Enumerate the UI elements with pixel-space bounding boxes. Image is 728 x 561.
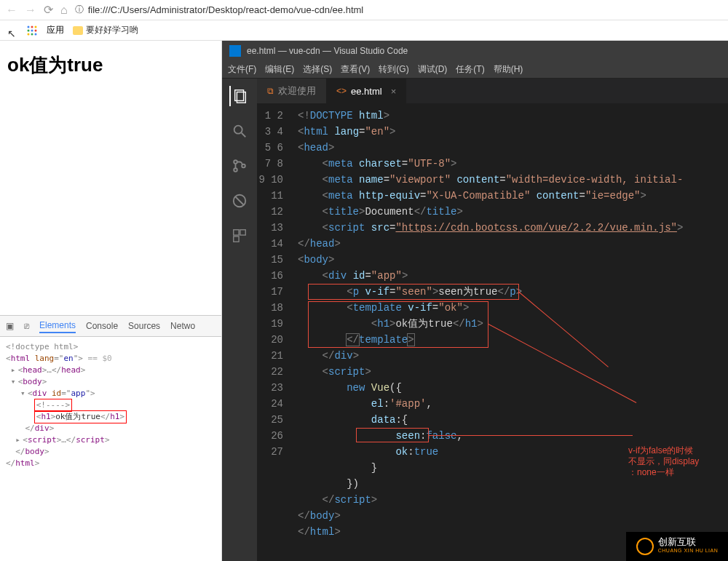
dom-div-close: </div> xyxy=(6,423,215,434)
vscode-tab-icon: ⧉ xyxy=(267,86,274,96)
line-gutter: 1 2 3 4 5 6 7 8 9 10 11 12 13 14 15 16 1… xyxy=(257,103,292,561)
back-icon[interactable]: ← xyxy=(6,4,17,17)
dom-tree[interactable]: <!doctype html> <html lang="en"> == $0 ▸… xyxy=(0,337,221,474)
dom-html: <html lang="en"> == $0 xyxy=(6,353,215,365)
tab-welcome-label: 欢迎使用 xyxy=(278,84,316,98)
svg-point-15 xyxy=(242,164,245,168)
reload-icon[interactable]: ⟳ xyxy=(44,3,53,17)
apps-icon[interactable] xyxy=(26,25,38,36)
git-icon[interactable] xyxy=(229,156,250,176)
dom-body-open: ▾<body> xyxy=(6,376,215,388)
debug-icon[interactable] xyxy=(229,191,250,211)
dom-script: ▸<script>…</script> xyxy=(6,434,215,446)
editor-tabs: ⧉ 欢迎使用 <> ee.html × xyxy=(257,79,728,103)
bookmark-label: 要好好学习哟 xyxy=(86,24,138,36)
close-icon[interactable]: × xyxy=(391,86,397,97)
dom-head: ▸<head>…</head> xyxy=(6,365,215,376)
svg-point-11 xyxy=(234,126,242,134)
editor-area: ⧉ 欢迎使用 <> ee.html × 1 2 3 4 5 6 7 8 9 10… xyxy=(257,79,728,561)
device-icon[interactable]: ⎚ xyxy=(24,321,29,331)
code-editor[interactable]: 1 2 3 4 5 6 7 8 9 10 11 12 13 14 15 16 1… xyxy=(257,103,728,561)
browser-viewport: ok值为true ▣ ⎚ Elements Console Sources Ne… xyxy=(0,41,222,561)
logo-icon xyxy=(636,538,654,555)
tab-ee-html[interactable]: <> ee.html × xyxy=(326,79,406,103)
svg-point-14 xyxy=(234,168,237,172)
annotation-text: v-if为false的时候 不显示，同display ：none一样 xyxy=(628,445,699,478)
tab-console[interactable]: Console xyxy=(86,319,118,333)
url-text: file:///C:/Users/Administrator/Desktop/r… xyxy=(88,4,364,15)
menu-help[interactable]: 帮助(H) xyxy=(494,63,523,76)
tab-welcome[interactable]: ⧉ 欢迎使用 xyxy=(257,79,326,103)
svg-rect-19 xyxy=(240,230,245,235)
bookmarks-bar: ↖ 应用 要好好学习哟 xyxy=(0,20,728,41)
svg-point-6 xyxy=(28,33,30,35)
tab-network[interactable]: Netwo xyxy=(170,319,195,333)
html-file-icon: <> xyxy=(336,86,347,96)
tab-ee-label: ee.html xyxy=(351,86,382,97)
svg-rect-18 xyxy=(234,230,239,235)
dom-h1: <h1>ok值为true</h1> xyxy=(6,411,215,423)
dom-doctype: <!doctype html> xyxy=(6,341,215,353)
dom-html-close: </html> xyxy=(6,458,215,469)
bookmark-folder[interactable]: 要好好学习哟 xyxy=(73,24,138,36)
code-content: <!DOCTYPE html> <html lang="en"> <head> … xyxy=(292,103,728,561)
explorer-icon[interactable] xyxy=(229,86,250,106)
activity-bar xyxy=(222,79,257,561)
svg-point-13 xyxy=(234,160,237,164)
svg-line-17 xyxy=(236,197,244,205)
svg-point-1 xyxy=(31,25,33,28)
cursor-icon: ↖ xyxy=(7,28,16,39)
logo-text: 创新互联 CHUANG XIN HU LIAN xyxy=(658,538,719,555)
apps-label[interactable]: 应用 xyxy=(47,24,64,36)
menu-debug[interactable]: 调试(D) xyxy=(418,63,448,76)
dom-comment: <!----> xyxy=(6,399,215,411)
svg-point-3 xyxy=(28,29,30,31)
svg-point-8 xyxy=(35,33,37,35)
svg-point-5 xyxy=(35,29,37,31)
dom-div-open: ▾<div id="app"> xyxy=(6,388,215,399)
tab-elements[interactable]: Elements xyxy=(39,319,76,333)
menu-view[interactable]: 查看(V) xyxy=(341,63,370,76)
menu-goto[interactable]: 转到(G) xyxy=(379,63,408,76)
address-bar[interactable]: ⓘ file:///C:/Users/Administrator/Desktop… xyxy=(75,4,722,16)
svg-point-2 xyxy=(35,25,37,28)
svg-point-0 xyxy=(28,25,30,28)
dom-body-close: </body> xyxy=(6,446,215,458)
extensions-icon[interactable] xyxy=(229,226,250,246)
folder-icon xyxy=(73,26,83,35)
vscode-logo-icon xyxy=(229,45,241,57)
menu-select[interactable]: 选择(S) xyxy=(303,63,332,76)
search-icon[interactable] xyxy=(229,121,250,141)
tab-sources[interactable]: Sources xyxy=(128,319,160,333)
svg-point-7 xyxy=(31,33,33,35)
vscode-window: ee.html — vue-cdn — Visual Studio Code 文… xyxy=(222,41,728,561)
info-icon: ⓘ xyxy=(75,4,84,16)
page-content: ok值为true xyxy=(0,41,221,89)
menu-tasks[interactable]: 任务(T) xyxy=(456,63,484,76)
devtools-tabs: ▣ ⎚ Elements Console Sources Netwo xyxy=(0,315,221,337)
watermark-logo: 创新互联 CHUANG XIN HU LIAN xyxy=(626,532,728,561)
svg-line-12 xyxy=(242,133,246,138)
svg-rect-20 xyxy=(234,236,239,242)
home-icon[interactable]: ⌂ xyxy=(60,4,68,17)
forward-icon[interactable]: → xyxy=(25,4,36,17)
vscode-titlebar: ee.html — vue-cdn — Visual Studio Code xyxy=(222,41,728,61)
page-heading: ok值为true xyxy=(7,52,214,78)
browser-nav-bar: ← → ⟳ ⌂ ⓘ file:///C:/Users/Administrator… xyxy=(0,0,728,20)
vscode-menubar: 文件(F) 编辑(E) 选择(S) 查看(V) 转到(G) 调试(D) 任务(T… xyxy=(222,61,728,79)
vscode-title-text: ee.html — vue-cdn — Visual Studio Code xyxy=(247,46,408,56)
svg-point-4 xyxy=(31,29,33,31)
inspect-icon[interactable]: ▣ xyxy=(6,321,14,331)
menu-file[interactable]: 文件(F) xyxy=(228,63,256,76)
menu-edit[interactable]: 编辑(E) xyxy=(265,63,294,76)
